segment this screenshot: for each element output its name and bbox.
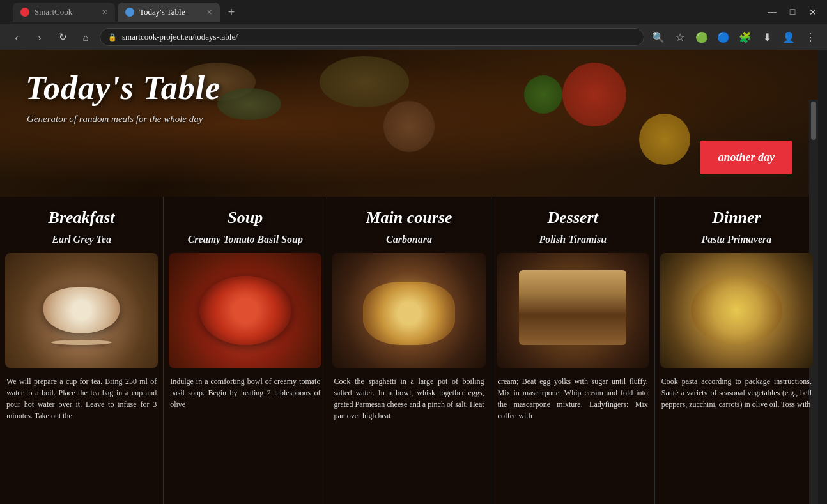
- page-title: Today's Table: [26, 69, 220, 107]
- tab-smartcook[interactable]: SmartCook ✕: [13, 3, 115, 22]
- tab-close-todays-table[interactable]: ✕: [206, 8, 212, 17]
- meal-image-breakfast: [5, 253, 158, 368]
- food-img-tiramisu: [497, 253, 649, 368]
- meal-image-dessert: [497, 253, 649, 368]
- tab-label-todays-table: Today's Table: [139, 7, 185, 17]
- meal-column-breakfast: Breakfast Earl Grey Tea We will prepare …: [0, 197, 164, 504]
- food-decoration-3: [320, 56, 409, 107]
- meal-category-soup: Soup: [164, 197, 327, 234]
- food-decoration-5: [562, 63, 626, 126]
- food-img-pasta-primavera: [660, 253, 813, 368]
- meal-image-dinner: [660, 253, 813, 368]
- minimize-button[interactable]: —: [763, 5, 781, 19]
- meal-category-dinner: Dinner: [655, 197, 818, 234]
- reload-button[interactable]: ↻: [54, 28, 72, 46]
- meal-name-dinner: Pasta Primavera: [655, 234, 818, 253]
- meal-image-soup: [169, 253, 321, 368]
- meal-category-dessert: Dessert: [491, 197, 654, 234]
- tab-label-smartcook: SmartCook: [35, 7, 72, 17]
- meals-section: Breakfast Earl Grey Tea We will prepare …: [0, 197, 818, 504]
- restore-button[interactable]: □: [784, 5, 801, 19]
- extensions-icon[interactable]: 🧩: [736, 28, 754, 46]
- new-tab-button[interactable]: +: [222, 3, 240, 21]
- meal-column-soup: Soup Creamy Tomato Basil Soup Indulge in…: [164, 197, 327, 504]
- food-decoration-7: [524, 75, 562, 114]
- meal-column-dinner: Dinner Pasta Primavera Cook pasta accord…: [655, 197, 818, 504]
- tab-favicon-smartcook: [20, 8, 29, 17]
- meal-category-breakfast: Breakfast: [0, 197, 163, 234]
- meal-name-main: Carbonara: [327, 234, 490, 253]
- food-decoration-2: [217, 88, 281, 120]
- address-bar[interactable]: 🔒 smartcook-project.eu/todays-table/: [100, 28, 644, 46]
- meal-column-dessert: Dessert Polish Tiramisu cream; Beat egg …: [491, 197, 655, 504]
- profile-icon[interactable]: 👤: [780, 28, 798, 46]
- bookmark-icon[interactable]: ☆: [671, 28, 689, 46]
- meal-category-main: Main course: [327, 197, 490, 234]
- meal-name-dessert: Polish Tiramisu: [491, 234, 654, 253]
- meal-desc-main: Cook the spaghetti in a large pot of boi…: [327, 368, 490, 427]
- menu-icon[interactable]: ⋮: [801, 28, 819, 46]
- page-subtitle: Generator of random meals for the whole …: [27, 114, 203, 125]
- nav-right-icons: 🔍 ☆ 🟢 🔵 🧩 ⬇ 👤 ⋮: [649, 28, 819, 46]
- nav-bar: ‹ › ↻ ⌂ 🔒 smartcook-project.eu/todays-ta…: [0, 24, 827, 50]
- search-icon[interactable]: 🔍: [649, 28, 667, 46]
- food-decoration-4: [383, 101, 435, 152]
- window-controls: — □ ✕: [763, 5, 822, 19]
- tab-bar: SmartCook ✕ Today's Table ✕ + — □ ✕: [0, 0, 827, 24]
- food-img-earl-grey: [5, 253, 158, 368]
- meal-desc-soup: Indulge in a comforting bowl of creamy t…: [164, 368, 327, 415]
- meal-desc-breakfast: We will prepare a cup for tea. Bring 250…: [0, 368, 163, 427]
- meal-image-main: [332, 253, 485, 368]
- tab-close-smartcook[interactable]: ✕: [102, 8, 107, 17]
- close-button[interactable]: ✕: [804, 5, 822, 19]
- meal-desc-dessert: cream; Beat egg yolks with sugar until f…: [491, 368, 654, 427]
- meal-name-breakfast: Earl Grey Tea: [0, 234, 163, 253]
- lock-icon: 🔒: [108, 33, 117, 42]
- page-content: Today's Table Generator of random meals …: [0, 50, 818, 504]
- tab-favicon-todays-table: [125, 8, 134, 17]
- forward-button[interactable]: ›: [31, 28, 49, 46]
- home-button[interactable]: ⌂: [77, 28, 95, 46]
- food-img-carbonara: [332, 253, 485, 368]
- address-text: smartcook-project.eu/todays-table/: [122, 32, 238, 42]
- meal-name-soup: Creamy Tomato Basil Soup: [164, 234, 327, 253]
- meal-column-main: Main course Carbonara Cook the spaghetti…: [327, 197, 491, 504]
- another-day-button[interactable]: another day: [700, 141, 792, 174]
- back-button[interactable]: ‹: [8, 28, 26, 46]
- food-decoration-6: [639, 114, 690, 165]
- more-tools-icon[interactable]: ⬇: [758, 28, 776, 46]
- extension-2-icon[interactable]: 🔵: [715, 28, 732, 46]
- meal-desc-dinner: Cook pasta according to package instruct…: [655, 368, 818, 415]
- scrollbar-thumb[interactable]: [811, 102, 816, 140]
- browser-chrome: SmartCook ✕ Today's Table ✕ + — □ ✕ ‹ › …: [0, 0, 827, 50]
- extension-1-icon[interactable]: 🟢: [693, 28, 711, 46]
- food-img-tomato-soup: [169, 253, 321, 368]
- tab-todays-table[interactable]: Today's Table ✕: [118, 3, 220, 22]
